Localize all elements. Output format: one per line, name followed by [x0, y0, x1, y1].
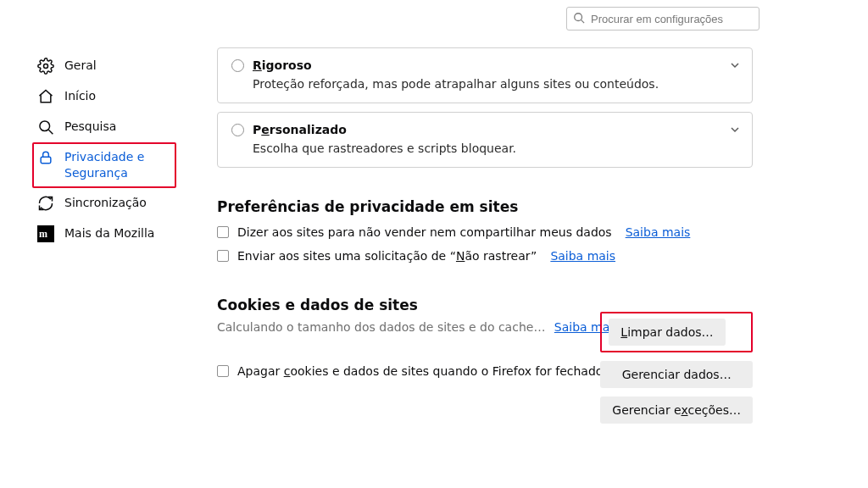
option-title: Rigoroso	[253, 58, 312, 72]
radio-icon[interactable]	[231, 59, 244, 72]
checkbox[interactable]	[217, 365, 229, 377]
checkbox-label: Dizer aos sites para não vender nem comp…	[237, 225, 612, 239]
manage-data-button[interactable]: Gerenciar dados…	[600, 361, 753, 388]
svg-point-3	[40, 121, 50, 131]
checkbox[interactable]	[217, 226, 229, 238]
search-icon	[37, 119, 54, 136]
home-icon	[37, 88, 54, 105]
svg-text:m: m	[39, 228, 47, 240]
chevron-down-icon	[730, 125, 740, 135]
search-input[interactable]	[566, 7, 760, 30]
tracking-option-strict[interactable]: Rigoroso Proteção reforçada, mas pode at…	[217, 47, 753, 103]
sidebar-item-label: Mais da Mozilla	[64, 225, 154, 241]
tracking-option-custom[interactable]: Personalizado Escolha que rastreadores e…	[217, 112, 753, 168]
do-not-track-row: Enviar aos sites uma solicitação de “Não…	[217, 249, 753, 263]
learn-more-link[interactable]: Saiba mais	[626, 225, 691, 239]
gear-icon	[37, 58, 54, 75]
sidebar-item-more-mozilla[interactable]: m Mais da Mozilla	[32, 219, 176, 249]
clear-data-button[interactable]: Limpar dados…	[609, 319, 725, 346]
lock-icon	[37, 149, 54, 166]
do-not-sell-row: Dizer aos sites para não vender nem comp…	[217, 225, 753, 239]
chevron-down-icon	[730, 60, 740, 70]
checkbox[interactable]	[217, 250, 229, 262]
manage-exceptions-button[interactable]: Gerenciar exceções…	[600, 396, 753, 424]
section-heading: Preferências de privacidade em sites	[217, 198, 753, 215]
sidebar-item-home[interactable]: Início	[32, 81, 176, 112]
sidebar-item-privacy[interactable]: Privacidade e Segurança	[32, 142, 176, 188]
learn-more-link[interactable]: Saiba mais	[550, 249, 615, 263]
cookies-section: Cookies e dados de sites Calculando o ta…	[217, 297, 753, 378]
radio-icon[interactable]	[231, 124, 244, 136]
clear-data-highlight: Limpar dados…	[600, 312, 753, 352]
mozilla-icon: m	[37, 225, 54, 242]
checkbox-label: Apagar cookies e dados de sites quando o…	[237, 364, 603, 378]
svg-rect-5	[41, 157, 51, 164]
sidebar-item-label: Pesquisa	[64, 119, 116, 135]
sidebar-item-label: Privacidade e Segurança	[64, 149, 171, 181]
sidebar-item-search[interactable]: Pesquisa	[32, 112, 176, 142]
privacy-preferences-section: Preferências de privacidade em sites Diz…	[217, 198, 753, 263]
sidebar-item-label: Início	[64, 88, 96, 104]
svg-line-1	[581, 20, 585, 24]
section-heading: Cookies e dados de sites	[217, 297, 753, 313]
option-description: Escolha que rastreadores e scripts bloqu…	[253, 141, 738, 155]
svg-line-4	[48, 130, 53, 134]
option-title: Personalizado	[253, 123, 347, 136]
sync-icon	[37, 195, 54, 212]
sidebar-item-general[interactable]: Geral	[32, 51, 176, 81]
option-description: Proteção reforçada, mas pode atrapalhar …	[253, 77, 738, 91]
settings-content: Rigoroso Proteção reforçada, mas pode at…	[217, 47, 753, 388]
sidebar-item-sync[interactable]: Sincronização	[32, 188, 176, 219]
svg-point-2	[44, 64, 48, 69]
search-icon	[573, 12, 585, 24]
settings-sidebar: Geral Início Pesquisa Privacidade e Segu…	[32, 51, 176, 249]
sidebar-item-label: Geral	[64, 58, 97, 74]
sidebar-item-label: Sincronização	[64, 195, 147, 211]
svg-point-0	[575, 14, 582, 21]
checkbox-label: Enviar aos sites uma solicitação de “Não…	[237, 249, 537, 263]
